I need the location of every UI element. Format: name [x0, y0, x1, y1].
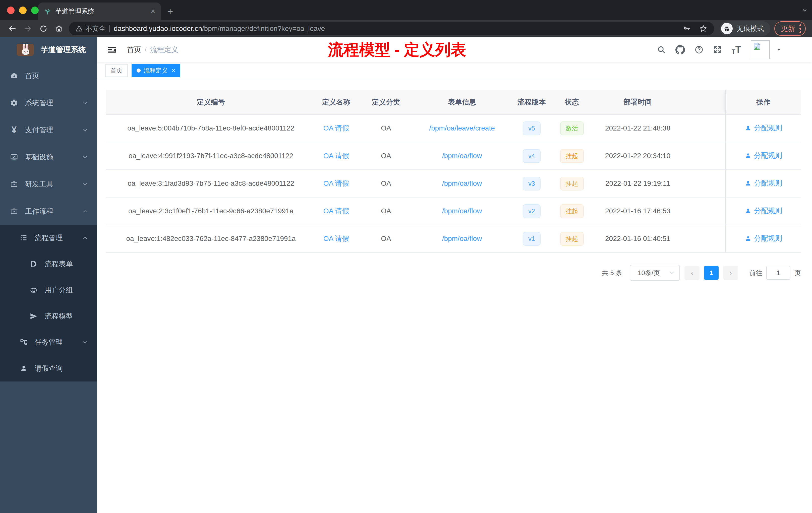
- sidebar-item-leave-query[interactable]: 请假查询: [0, 355, 97, 382]
- assign-rule-button[interactable]: 分配规则: [745, 234, 782, 243]
- goto-label: 前往: [749, 269, 762, 277]
- browser-update-button[interactable]: 更新: [774, 21, 806, 36]
- user-avatar-broken-image[interactable]: [751, 40, 770, 59]
- definition-category: OA: [356, 197, 415, 225]
- deploy-time: 2022-01-22 20:34:10: [589, 142, 687, 170]
- gear-icon: [10, 99, 18, 107]
- chevron-down-icon: [82, 127, 88, 133]
- next-page-button[interactable]: ›: [723, 266, 738, 280]
- assign-rule-button[interactable]: 分配规则: [745, 206, 782, 216]
- help-icon[interactable]: [695, 45, 703, 54]
- document-edit-icon: [30, 260, 38, 268]
- sidebar-item-home[interactable]: 首页: [0, 62, 97, 89]
- forward-icon[interactable]: [24, 24, 32, 33]
- page-unit-label: 页: [794, 269, 801, 277]
- sidebar-item-dev-tools[interactable]: 研发工具: [0, 171, 97, 198]
- table-row: oa_leave:2:3c1f0ef1-76b1-11ec-9c66-a2380…: [106, 197, 801, 225]
- definition-id: oa_leave:4:991f2193-7b7f-11ec-a3c8-acde4…: [106, 142, 316, 170]
- incognito-label: 无痕模式: [737, 24, 764, 33]
- definition-name-link[interactable]: OA 请假: [323, 179, 349, 187]
- app-title: 芋道管理系统: [41, 45, 86, 55]
- browser-menu-icon[interactable]: [800, 24, 801, 33]
- font-size-icon[interactable]: TT: [732, 44, 741, 55]
- sidebar-item-process-management[interactable]: 流程管理: [0, 225, 97, 251]
- chevron-up-icon: [82, 208, 88, 215]
- browser-tab[interactable]: 芋道管理系统 ×: [38, 2, 161, 20]
- breadcrumb: 首页 / 流程定义: [127, 45, 178, 55]
- sidebar-item-workflow[interactable]: 工作流程: [0, 198, 97, 225]
- status-badge: 挂起: [560, 232, 584, 246]
- version-badge: v2: [523, 204, 540, 218]
- definition-name-link[interactable]: OA 请假: [323, 152, 349, 160]
- user-icon: [745, 208, 752, 214]
- sidebar-item-user-group[interactable]: 用户分组: [0, 277, 97, 303]
- definition-id: oa_leave:2:3c1f0ef1-76b1-11ec-9c66-a2380…: [106, 197, 316, 225]
- total-count: 共 5 条: [602, 269, 622, 277]
- app-logo[interactable]: 芋道管理系统: [0, 37, 97, 62]
- search-icon[interactable]: [657, 45, 666, 54]
- browser-toolbar: 不安全 dashboard.yudao.iocoder.cn/bpm/manag…: [0, 20, 812, 37]
- zoom-window-button[interactable]: [31, 6, 39, 14]
- browser-tab-strip: 芋道管理系统 × +: [0, 0, 812, 20]
- window-controls[interactable]: [7, 6, 39, 14]
- breadcrumb-home[interactable]: 首页: [127, 45, 141, 55]
- definition-category: OA: [356, 170, 415, 197]
- tag-home[interactable]: 首页: [106, 64, 127, 77]
- new-tab-button[interactable]: +: [167, 6, 173, 17]
- deploy-time: 2022-01-16 01:40:51: [589, 225, 687, 252]
- definition-table: 定义编号 定义名称 定义分类 表单信息 流程版本 状态 部署时间 操作 oa_l…: [106, 90, 801, 253]
- table-row: oa_leave:4:991f2193-7b7f-11ec-a3c8-acde4…: [106, 142, 801, 170]
- github-icon[interactable]: [675, 45, 685, 55]
- reload-icon[interactable]: [39, 24, 48, 33]
- sidebar-item-system[interactable]: 系统管理: [0, 89, 97, 117]
- tab-search-chevron-icon[interactable]: [802, 7, 808, 13]
- form-link[interactable]: /bpm/oa/flow: [442, 235, 482, 242]
- form-link[interactable]: /bpm/oa/flow: [442, 179, 482, 187]
- form-link[interactable]: /bpm/oa/flow: [442, 207, 482, 215]
- goto-page-input[interactable]: [766, 266, 790, 280]
- back-icon[interactable]: [8, 24, 17, 33]
- org-tree-icon: [20, 338, 28, 346]
- current-page-button[interactable]: 1: [704, 266, 719, 280]
- version-badge: v4: [523, 149, 540, 163]
- avatar-caret-icon[interactable]: [776, 47, 782, 53]
- tab-close-icon[interactable]: ×: [151, 7, 155, 15]
- definition-name-link[interactable]: OA 请假: [323, 207, 349, 215]
- active-tag-dot: [137, 68, 141, 72]
- incognito-icon: [721, 23, 733, 34]
- close-window-button[interactable]: [7, 6, 14, 14]
- page-size-select[interactable]: 10条/页: [630, 265, 680, 281]
- form-link[interactable]: /bpm/oa/leave/create: [429, 124, 495, 132]
- definition-name-link[interactable]: OA 请假: [323, 124, 349, 132]
- sidebar-item-payment[interactable]: ¥ 支付管理: [0, 117, 97, 144]
- minimize-window-button[interactable]: [19, 6, 27, 14]
- col-definition-name: 定义名称: [316, 90, 356, 115]
- home-icon[interactable]: [55, 24, 63, 33]
- bookmark-star-icon[interactable]: [699, 24, 707, 33]
- assign-rule-button[interactable]: 分配规则: [745, 123, 782, 133]
- definition-category: OA: [356, 225, 415, 252]
- url-bar[interactable]: 不安全 dashboard.yudao.iocoder.cn/bpm/manag…: [69, 22, 714, 35]
- tag-close-icon[interactable]: ×: [172, 67, 175, 74]
- chevron-down-icon: [82, 339, 88, 345]
- fullscreen-icon[interactable]: [713, 45, 722, 54]
- incognito-badge: 无痕模式: [720, 21, 770, 36]
- definition-category: OA: [356, 115, 415, 142]
- tag-process-definition[interactable]: 流程定义 ×: [132, 64, 180, 77]
- sidebar-item-task-management[interactable]: 任务管理: [0, 329, 97, 355]
- table-row: oa_leave:3:1fad3d93-7b75-11ec-a3c8-acde4…: [106, 170, 801, 197]
- sidebar-item-process-form[interactable]: 流程表单: [0, 251, 97, 277]
- assign-rule-button[interactable]: 分配规则: [745, 151, 782, 160]
- sidebar-item-process-model[interactable]: 流程模型: [0, 303, 97, 329]
- password-key-icon[interactable]: [683, 25, 691, 33]
- assign-rule-button[interactable]: 分配规则: [745, 178, 782, 188]
- page-content: 定义编号 定义名称 定义分类 表单信息 流程版本 状态 部署时间 操作 oa_l…: [97, 79, 812, 513]
- definition-name-link[interactable]: OA 请假: [323, 235, 349, 242]
- version-badge: v5: [523, 121, 540, 135]
- definition-id: oa_leave:5:004b710b-7b8a-11ec-8ef0-acde4…: [106, 115, 316, 142]
- prev-page-button[interactable]: ‹: [685, 266, 699, 280]
- security-label[interactable]: 不安全: [85, 24, 106, 33]
- form-link[interactable]: /bpm/oa/flow: [442, 152, 482, 160]
- sidebar-item-infrastructure[interactable]: 基础设施: [0, 144, 97, 171]
- sidebar-collapse-icon[interactable]: [107, 45, 117, 55]
